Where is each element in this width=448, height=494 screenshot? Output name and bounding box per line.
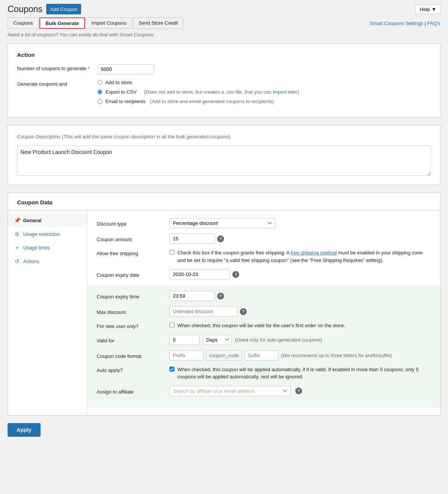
coupon-amount-help-icon[interactable]: ? [217, 235, 224, 242]
max-discount-input[interactable] [169, 306, 238, 317]
coupon-data-section: Coupon Data 📌 General ⊘ Usage restrictio… [8, 193, 440, 416]
valid-for-row: Valid for Days Weeks Months (Used only f… [97, 335, 431, 345]
faqs-link[interactable]: FAQ's [427, 20, 440, 26]
coupon-amount-input[interactable] [169, 234, 215, 244]
nav-tabs: Coupons Bulk Generate Import Coupons Sen… [8, 17, 440, 29]
actions-icon: ↺ [14, 258, 20, 264]
smart-coupons-settings-link[interactable]: Smart Coupons Settings [370, 20, 423, 26]
auto-apply-field: When checked, this coupon will be applie… [169, 366, 431, 381]
action-title: Action [17, 52, 431, 58]
free-shipping-checkbox[interactable] [169, 250, 174, 255]
coupon-sidebar: 📌 General ⊘ Usage restriction + Usage li… [8, 210, 88, 415]
coupon-amount-row: Coupon amount ? [97, 234, 431, 244]
expiry-time-field: ? [169, 291, 431, 301]
affiliate-search-select[interactable]: Search by affiliate id or email address [169, 386, 291, 396]
coupon-main-content: Discount type Percentage discount Fixed … [88, 210, 440, 415]
coupon-amount-field: ? [169, 234, 431, 244]
new-user-row: For new user only? When checked, this co… [97, 322, 431, 329]
tab-import-coupons[interactable]: Import Coupons [86, 17, 132, 29]
sidebar-item-actions[interactable]: ↺ Actions [8, 254, 87, 268]
apply-section: Apply [8, 423, 440, 437]
affiliate-help-icon[interactable]: ? [295, 387, 302, 394]
apply-button[interactable]: Apply [8, 423, 41, 437]
radio-email-recipients[interactable] [97, 99, 102, 104]
tab-bulk-generate[interactable]: Bulk Generate [39, 17, 85, 29]
expiry-time-row: Coupon expiry time ? [97, 291, 431, 301]
expiry-date-row: Coupon expiry date ? [97, 269, 431, 279]
number-of-coupons-input[interactable] [97, 64, 154, 74]
code-prefix-input[interactable] [169, 350, 204, 361]
expiry-time-help-icon[interactable]: ? [217, 293, 224, 300]
auto-apply-checkbox[interactable] [169, 367, 174, 372]
action-section: Action Number of coupons to generate * G… [8, 44, 440, 118]
option-email-recipients[interactable]: Email to recipients (Add to store and em… [97, 99, 431, 104]
page-subtitle: Need a lot of coupons? You can easily do… [8, 32, 440, 38]
affiliate-label: Assign to affiliate [97, 387, 165, 395]
free-shipping-checkbox-row: Check this box if the coupon grants free… [169, 249, 431, 264]
plus-icon: + [14, 245, 20, 251]
new-user-checkbox-row: When checked, this coupon will be valid … [169, 322, 431, 329]
sidebar-item-usage-limits[interactable]: + Usage limits [8, 241, 87, 254]
radio-export-csv[interactable] [97, 89, 102, 94]
valid-for-input[interactable] [169, 335, 200, 345]
number-of-coupons-label: Number of coupons to generate * [17, 64, 93, 71]
code-middle: coupon_code [206, 350, 242, 361]
code-suffix-input[interactable] [244, 350, 279, 361]
generate-coupons-label: Generate coupons and [17, 80, 93, 87]
number-of-coupons-row: Number of coupons to generate * [17, 64, 431, 74]
valid-for-field: Days Weeks Months (Used only for auto-ge… [169, 335, 431, 345]
expiry-date-field: ? [169, 269, 431, 279]
option-export-csv[interactable]: Export to CSV (Does not add to store, bu… [97, 89, 431, 95]
code-format-field: coupon_code (We recommend up to three le… [169, 350, 431, 361]
free-shipping-label: Allow free shipping [97, 249, 165, 256]
option-add-to-store[interactable]: Add to store [97, 80, 431, 85]
coupon-description-textarea[interactable]: New Product Launch Discount Coupon [17, 146, 431, 176]
discount-type-row: Discount type Percentage discount Fixed … [97, 218, 431, 228]
tab-coupons[interactable]: Coupons [8, 17, 39, 29]
top-right-links: Smart Coupons Settings | FAQ's [370, 20, 440, 26]
expiry-time-label: Coupon expiry time [97, 292, 165, 300]
add-coupon-button[interactable]: Add Coupon [46, 4, 81, 14]
auto-apply-checkbox-row: When checked, this coupon will be applie… [169, 366, 431, 381]
discount-type-field: Percentage discount Fixed cart discount … [169, 218, 431, 228]
sidebar-item-usage-restriction[interactable]: ⊘ Usage restriction [8, 227, 87, 241]
free-shipping-method-link[interactable]: free shipping method [291, 250, 337, 256]
auto-apply-label: Auto apply? [97, 366, 165, 373]
expiry-time-input[interactable] [169, 291, 215, 301]
max-discount-field: ? [169, 306, 431, 317]
help-button[interactable]: Help ▼ [415, 5, 440, 14]
import-link[interactable]: import [273, 89, 287, 95]
sidebar-item-general[interactable]: 📌 General [8, 213, 87, 227]
coupon-description-section: Coupon Description (This will add the sa… [8, 125, 440, 185]
page-title: Coupons [8, 4, 42, 14]
tab-send-store-credit[interactable]: Send Store Credit [133, 17, 183, 29]
expiry-date-input[interactable] [169, 269, 230, 279]
max-discount-help-icon[interactable]: ? [240, 308, 247, 315]
discount-type-label: Discount type [97, 220, 165, 227]
valid-for-unit-select[interactable]: Days Weeks Months [203, 335, 232, 345]
max-discount-label: Max discount [97, 308, 165, 315]
pin-icon: 📌 [14, 217, 20, 223]
restriction-icon: ⊘ [14, 231, 20, 237]
auto-apply-row: Auto apply? When checked, this coupon wi… [97, 366, 431, 381]
generate-coupons-row: Generate coupons and Add to store Export… [17, 80, 431, 104]
valid-for-label: Valid for [97, 336, 165, 343]
affiliate-row: Assign to affiliate Search by affiliate … [97, 386, 431, 396]
coupon-amount-label: Coupon amount [97, 235, 165, 242]
number-of-coupons-field [97, 64, 431, 74]
new-user-checkbox[interactable] [169, 323, 174, 328]
affiliate-field: Search by affiliate id or email address … [169, 386, 431, 396]
code-format-label: Coupon code format [97, 352, 165, 359]
new-user-label: For new user only? [97, 322, 165, 329]
coupon-description-title: Coupon Description (This will add the sa… [17, 133, 431, 140]
max-discount-row: Max discount ? [97, 306, 431, 317]
free-shipping-row: Allow free shipping Check this box if th… [97, 249, 431, 264]
discount-type-select[interactable]: Percentage discount Fixed cart discount … [169, 218, 276, 228]
new-user-field: When checked, this coupon will be valid … [169, 322, 431, 329]
code-format-row: Coupon code format coupon_code (We recom… [97, 350, 431, 361]
free-shipping-field: Check this box if the coupon grants free… [169, 249, 431, 264]
expiry-date-help-icon[interactable]: ? [232, 271, 239, 278]
green-section: Coupon expiry time ? Max discount ? [88, 285, 440, 408]
coupon-data-title: Coupon Data [8, 193, 440, 210]
radio-add-to-store[interactable] [97, 80, 102, 85]
